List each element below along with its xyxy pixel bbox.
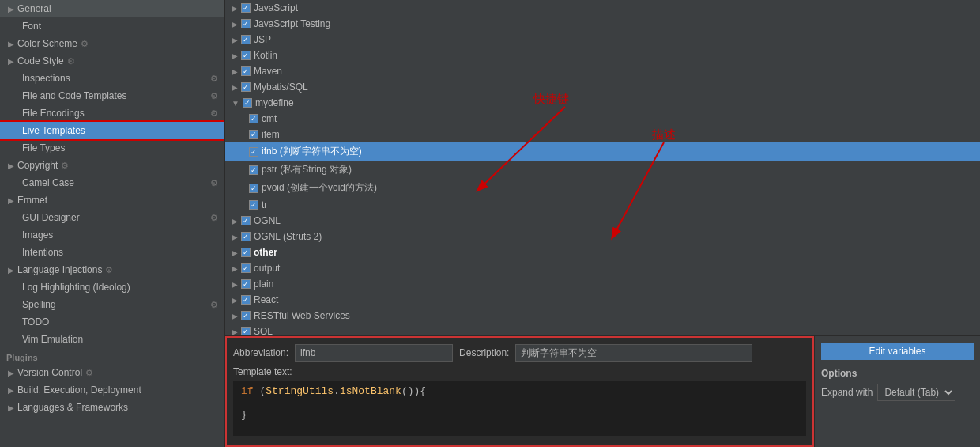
sidebar-item-inspections[interactable]: Inspections ⚙ xyxy=(0,70,224,87)
arrow-icon xyxy=(8,196,14,205)
sidebar-item-log-highlighting[interactable]: Log Highlighting (Ideolog) xyxy=(0,278,224,296)
tree-arrow-icon: ▼ xyxy=(232,99,239,108)
sidebar-label: Color Scheme xyxy=(17,38,77,49)
tree-item-plain[interactable]: ▶ ✓ plain xyxy=(225,276,980,292)
tree-item-output[interactable]: ▶ ✓ output xyxy=(225,260,980,276)
sidebar-item-version-control[interactable]: Version Control ⚙ xyxy=(0,364,224,381)
sidebar-item-copyright[interactable]: Copyright ⚙ xyxy=(0,157,224,174)
tree-arrow-icon: ▶ xyxy=(232,36,238,44)
options-label: Options xyxy=(821,368,974,379)
checkbox[interactable]: ✓ xyxy=(241,82,251,92)
expand-with-select[interactable]: Default (Tab) Tab Enter Space xyxy=(877,384,956,401)
sidebar-item-todo[interactable]: TODO xyxy=(0,313,224,331)
sidebar-item-file-templates[interactable]: File and Code Templates ⚙ xyxy=(0,87,224,104)
template-tree[interactable]: ▶ ✓ JavaScript ▶ ✓ JavaScript Testing ▶ … xyxy=(225,0,980,336)
settings-icon: ⚙ xyxy=(210,91,218,101)
arrow-icon xyxy=(8,266,14,275)
checkbox[interactable]: ✓ xyxy=(249,130,258,139)
checkbox[interactable]: ✓ xyxy=(241,35,251,44)
tree-item-react[interactable]: ▶ ✓ React xyxy=(225,292,980,308)
tree-item-label: tr xyxy=(262,199,267,210)
arrow-icon xyxy=(8,5,14,13)
sidebar-label: Languages & Frameworks xyxy=(17,402,128,413)
sidebar-item-build[interactable]: Build, Execution, Deployment xyxy=(0,381,224,399)
sidebar-item-language-injections[interactable]: Language Injections ⚙ xyxy=(0,261,224,278)
checkbox[interactable]: ✓ xyxy=(243,98,252,108)
checkbox[interactable]: ✓ xyxy=(249,200,258,210)
tree-arrow-icon: ▶ xyxy=(232,67,238,76)
tree-item-mydefine[interactable]: ▼ ✓ mydefine xyxy=(225,95,980,111)
tree-arrow-icon: ▶ xyxy=(232,312,238,320)
settings-icon: ⚙ xyxy=(210,213,218,223)
template-code-area[interactable]: if (StringUtils.isNotBlank()){ } xyxy=(233,381,806,436)
sidebar-label: Version Control xyxy=(17,367,82,378)
tree-item-sql[interactable]: ▶ ✓ SQL xyxy=(225,324,980,336)
sidebar-item-vim-emulation[interactable]: Vim Emulation xyxy=(0,331,224,348)
tree-item-javascript[interactable]: ▶ ✓ JavaScript xyxy=(225,0,980,16)
checkbox[interactable]: ✓ xyxy=(241,295,251,305)
sidebar-item-code-style[interactable]: Code Style ⚙ xyxy=(0,52,224,70)
sidebar-label: Emmet xyxy=(17,195,47,206)
checkbox[interactable]: ✓ xyxy=(249,147,258,157)
tree-item-cmt[interactable]: ✓ cmt xyxy=(225,111,980,127)
tree-item-pvoid[interactable]: ✓ pvoid (创建一个void的方法) xyxy=(225,179,980,197)
checkbox[interactable]: ✓ xyxy=(241,3,251,13)
sidebar-item-emmet[interactable]: Emmet xyxy=(0,191,224,209)
sidebar-label: Code Style xyxy=(17,55,64,66)
sidebar-item-images[interactable]: Images xyxy=(0,226,224,244)
tree-item-jsp[interactable]: ▶ ✓ JSP xyxy=(225,32,980,47)
expand-with-row: Expand with Default (Tab) Tab Enter Spac… xyxy=(821,384,974,401)
right-options-panel: Edit variables Options Expand with Defau… xyxy=(814,336,980,447)
checkbox[interactable]: ✓ xyxy=(241,311,251,320)
tree-item-ifem[interactable]: ✓ ifem xyxy=(225,127,980,142)
sidebar-item-languages[interactable]: Languages & Frameworks xyxy=(0,399,224,416)
tree-item-mybatis[interactable]: ▶ ✓ Mybatis/SQL xyxy=(225,79,980,95)
sidebar-item-color-scheme[interactable]: Color Scheme ⚙ xyxy=(0,35,224,52)
checkbox[interactable]: ✓ xyxy=(249,165,258,175)
checkbox[interactable]: ✓ xyxy=(241,51,251,60)
tree-item-kotlin[interactable]: ▶ ✓ Kotlin xyxy=(225,47,980,63)
tree-item-label: RESTful Web Services xyxy=(254,310,350,321)
sidebar-item-file-encodings[interactable]: File Encodings ⚙ xyxy=(0,104,224,122)
tree-item-maven[interactable]: ▶ ✓ Maven xyxy=(225,63,980,79)
checkbox[interactable]: ✓ xyxy=(241,232,251,241)
tree-item-ognl-struts[interactable]: ▶ ✓ OGNL (Struts 2) xyxy=(225,229,980,244)
checkbox[interactable]: ✓ xyxy=(241,19,251,28)
sidebar-item-live-templates[interactable]: Live Templates xyxy=(0,122,224,139)
tree-arrow-icon: ▶ xyxy=(232,296,238,305)
sidebar-item-intentions[interactable]: Intentions xyxy=(0,244,224,261)
edit-variables-button[interactable]: Edit variables xyxy=(821,343,974,360)
tree-item-pstr[interactable]: ✓ pstr (私有String 对象) xyxy=(225,161,980,179)
sidebar-label: General xyxy=(17,3,51,14)
checkbox[interactable]: ✓ xyxy=(241,66,251,76)
tree-item-js-testing[interactable]: ▶ ✓ JavaScript Testing xyxy=(225,16,980,32)
sidebar-item-file-types[interactable]: File Types xyxy=(0,139,224,157)
tree-item-label: cmt xyxy=(262,113,277,124)
checkbox[interactable]: ✓ xyxy=(241,216,251,225)
abbreviation-input[interactable] xyxy=(295,344,453,362)
tree-item-tr[interactable]: ✓ tr xyxy=(225,197,980,213)
tree-item-label: JavaScript xyxy=(254,2,298,13)
tree-item-ognl[interactable]: ▶ ✓ OGNL xyxy=(225,213,980,229)
checkbox[interactable]: ✓ xyxy=(249,114,258,123)
sidebar-item-general[interactable]: General xyxy=(0,0,224,17)
sidebar-item-camel-case[interactable]: Camel Case ⚙ xyxy=(0,174,224,191)
settings-icon: ⚙ xyxy=(210,300,218,310)
checkbox[interactable]: ✓ xyxy=(241,263,251,273)
description-label: Description: xyxy=(459,347,509,358)
sidebar-label: Camel Case xyxy=(22,177,74,188)
tree-item-ifnb[interactable]: ✓ ifnb (判断字符串不为空) xyxy=(225,142,980,161)
sidebar-item-font[interactable]: Font xyxy=(0,17,224,35)
template-text-label: Template text: xyxy=(233,366,806,377)
sidebar-label: File Encodings xyxy=(22,108,85,119)
tree-item-restful[interactable]: ▶ ✓ RESTful Web Services xyxy=(225,308,980,324)
tree-item-label: plain xyxy=(254,278,273,290)
checkbox[interactable]: ✓ xyxy=(241,327,251,336)
sidebar-item-spelling[interactable]: Spelling ⚙ xyxy=(0,296,224,313)
checkbox[interactable]: ✓ xyxy=(241,248,251,257)
checkbox[interactable]: ✓ xyxy=(241,279,251,289)
sidebar-item-gui-designer[interactable]: GUI Designer ⚙ xyxy=(0,209,224,226)
description-input[interactable] xyxy=(515,344,752,362)
tree-item-other[interactable]: ▶ ✓ other xyxy=(225,244,980,260)
checkbox[interactable]: ✓ xyxy=(249,184,258,193)
